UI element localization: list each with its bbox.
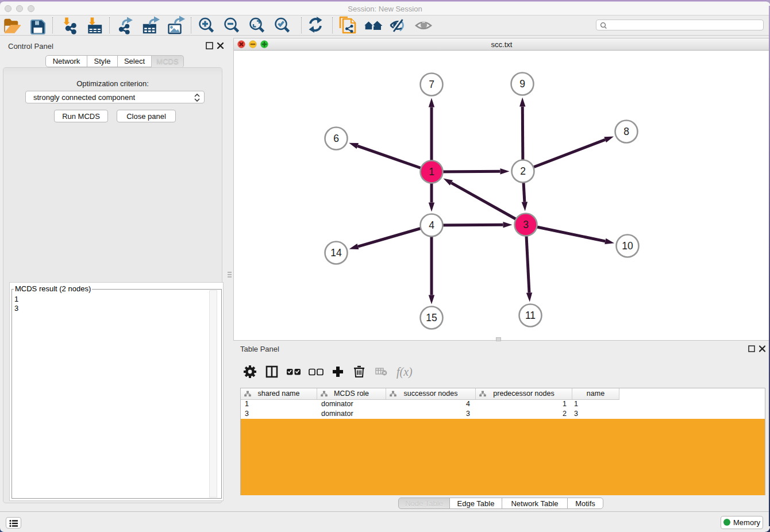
svg-text:f(x): f(x) bbox=[396, 365, 413, 379]
svg-text:6: 6 bbox=[333, 133, 339, 144]
svg-text:7: 7 bbox=[429, 79, 434, 90]
svg-text:4: 4 bbox=[429, 219, 434, 231]
svg-text:15: 15 bbox=[426, 312, 437, 323]
svg-text:1: 1 bbox=[429, 166, 434, 178]
svg-text:10: 10 bbox=[622, 240, 633, 252]
svg-text:2: 2 bbox=[520, 165, 526, 177]
svg-text:14: 14 bbox=[330, 247, 342, 259]
svg-text:11: 11 bbox=[525, 310, 536, 321]
svg-text:3: 3 bbox=[523, 219, 529, 230]
svg-text:9: 9 bbox=[519, 78, 525, 90]
svg-text:8: 8 bbox=[623, 126, 629, 137]
